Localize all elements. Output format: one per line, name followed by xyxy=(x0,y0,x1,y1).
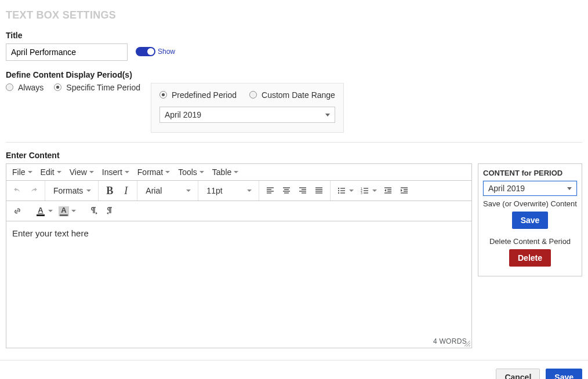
delete-content-label: Delete Content & Period xyxy=(483,237,577,246)
radio-always[interactable]: Always xyxy=(6,83,43,92)
editor-toolbar-1: Formats B I Arial xyxy=(6,180,471,201)
menu-insert[interactable]: Insert xyxy=(102,167,129,177)
redo-icon xyxy=(29,186,38,195)
menu-tools[interactable]: Tools xyxy=(178,167,204,177)
menu-view[interactable]: View xyxy=(70,167,94,177)
save-button[interactable]: Save xyxy=(546,369,582,379)
delete-content-button[interactable]: Delete xyxy=(509,249,551,267)
radio-custom-label: Custom Date Range xyxy=(262,90,335,100)
chevron-down-icon xyxy=(165,171,170,173)
align-center-button[interactable] xyxy=(279,183,294,198)
chevron-down-icon xyxy=(57,171,61,173)
content-period-title: CONTENT for PERIOD xyxy=(483,169,577,177)
font-family-select[interactable]: Arial xyxy=(141,183,194,198)
rtl-button[interactable] xyxy=(103,203,118,218)
undo-button[interactable] xyxy=(10,183,25,198)
radio-specific-marker xyxy=(54,83,61,91)
chevron-down-icon xyxy=(234,171,238,173)
svg-point-0 xyxy=(338,188,339,189)
number-list-icon: 123 xyxy=(360,186,369,195)
content-period-select[interactable]: April 2019 xyxy=(483,181,577,196)
predefined-period-select[interactable]: April 2019 xyxy=(159,107,335,123)
footer: Cancel Save xyxy=(0,360,588,379)
menu-table[interactable]: Table xyxy=(212,167,238,177)
editor-menubar: File Edit View Insert Format Tools Table xyxy=(6,164,471,180)
rtl-icon xyxy=(106,206,115,216)
align-right-button[interactable] xyxy=(295,183,310,198)
radio-specific[interactable]: Specific Time Period xyxy=(54,83,140,92)
number-list-button[interactable]: 123 xyxy=(357,183,372,198)
highlight-color-button[interactable]: A xyxy=(56,203,71,218)
save-content-label: Save (or Overwrite) Content xyxy=(483,199,577,208)
formats-select[interactable]: Formats xyxy=(49,183,95,198)
menu-table-label: Table xyxy=(212,167,231,177)
highlight-icon: A xyxy=(59,206,69,216)
text-color-button[interactable]: A xyxy=(33,203,48,218)
resize-handle[interactable] xyxy=(464,341,470,347)
content-period-value: April 2019 xyxy=(488,184,525,193)
period-label: Define Content Display Period(s) xyxy=(6,70,582,79)
radio-always-marker xyxy=(6,83,13,91)
menu-edit-label: Edit xyxy=(41,167,55,177)
chevron-down-icon xyxy=(372,190,377,192)
editor-status-bar: 4 WORDS xyxy=(6,335,471,348)
cancel-button[interactable]: Cancel xyxy=(496,369,540,379)
radio-custom-marker xyxy=(249,91,257,99)
menu-tools-label: Tools xyxy=(178,167,197,177)
font-family-value: Arial xyxy=(146,186,162,195)
menu-file[interactable]: File xyxy=(12,167,32,177)
align-justify-button[interactable] xyxy=(311,183,326,198)
radio-specific-label: Specific Time Period xyxy=(66,83,140,92)
radio-predefined[interactable]: Predefined Period xyxy=(159,90,237,100)
font-size-select[interactable]: 11pt xyxy=(202,183,255,198)
redo-button[interactable] xyxy=(26,183,41,198)
menu-format[interactable]: Format xyxy=(137,167,170,177)
bold-button[interactable]: B xyxy=(102,183,117,198)
show-toggle[interactable] xyxy=(136,47,155,56)
align-left-button[interactable] xyxy=(263,183,278,198)
outdent-icon xyxy=(383,186,393,195)
predefined-period-value: April 2019 xyxy=(165,110,201,119)
content-period-panel: CONTENT for PERIOD April 2019 Save (or O… xyxy=(478,163,582,276)
outdent-button[interactable] xyxy=(380,183,395,198)
editor-body[interactable]: Enter your text here xyxy=(6,221,471,335)
chevron-down-icon xyxy=(186,190,191,192)
word-count: 4 WORDS xyxy=(433,337,467,345)
save-content-button[interactable]: Save xyxy=(512,212,549,229)
chevron-down-icon xyxy=(89,171,94,173)
align-right-icon xyxy=(298,186,307,195)
radio-predefined-marker xyxy=(159,91,167,99)
editor-toolbar-2: A A xyxy=(6,201,471,221)
ltr-button[interactable] xyxy=(86,203,101,218)
formats-label: Formats xyxy=(53,186,83,195)
chevron-down-icon xyxy=(48,210,53,212)
chevron-down-icon xyxy=(125,171,129,173)
chevron-down-icon xyxy=(28,171,32,173)
menu-edit[interactable]: Edit xyxy=(41,167,61,177)
font-size-value: 11pt xyxy=(206,186,222,195)
menu-insert-label: Insert xyxy=(102,167,122,177)
editor-label: Enter Content xyxy=(6,151,582,160)
link-button[interactable] xyxy=(10,203,25,218)
menu-format-label: Format xyxy=(137,167,163,177)
text-color-icon: A xyxy=(37,206,45,216)
period-subbox: Predefined Period Custom Date Range Apri… xyxy=(151,83,344,133)
align-justify-icon xyxy=(314,186,324,195)
rich-text-editor: File Edit View Insert Format Tools Table xyxy=(6,163,472,348)
page-title: TEXT BOX SETTINGS xyxy=(6,9,582,21)
chevron-down-icon xyxy=(86,190,91,192)
indent-button[interactable] xyxy=(397,183,412,198)
radio-predefined-label: Predefined Period xyxy=(172,90,237,100)
bullet-list-button[interactable] xyxy=(334,183,349,198)
radio-custom[interactable]: Custom Date Range xyxy=(249,90,335,100)
radio-always-label: Always xyxy=(18,83,43,92)
title-label: Title xyxy=(6,31,128,40)
title-input[interactable] xyxy=(6,43,128,61)
menu-view-label: View xyxy=(70,167,87,177)
align-left-icon xyxy=(266,186,275,195)
divider xyxy=(6,142,582,143)
chevron-down-icon xyxy=(71,210,76,212)
chevron-down-icon xyxy=(349,190,354,192)
italic-button[interactable]: I xyxy=(118,183,133,198)
chevron-down-icon xyxy=(199,171,204,173)
